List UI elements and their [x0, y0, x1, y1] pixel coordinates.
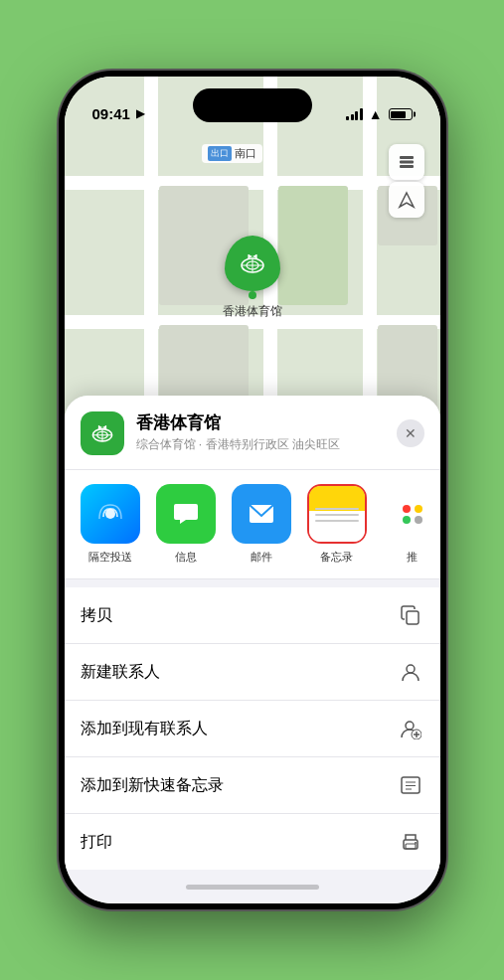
action-new-contact[interactable]: 新建联系人 [65, 644, 440, 701]
mail-label: 邮件 [251, 550, 272, 565]
bottom-sheet: 香港体育馆 综合体育馆 · 香港特别行政区 油尖旺区 ✕ [65, 396, 440, 903]
home-bar [186, 885, 319, 890]
status-time: 09:41 ▶ [92, 105, 144, 122]
location-icon [398, 191, 416, 209]
notes-label: 备忘录 [320, 550, 353, 565]
close-button[interactable]: ✕ [397, 419, 424, 447]
copy-icon [397, 601, 424, 629]
svg-point-23 [407, 665, 415, 673]
airdrop-icon [81, 484, 140, 544]
entrance-tag: 出口 [208, 146, 232, 161]
place-icon [81, 411, 124, 455]
action-quick-note[interactable]: 添加到新快速备忘录 [65, 757, 440, 814]
add-contact-icon [397, 715, 424, 742]
signal-icon [346, 108, 363, 120]
place-stadium-icon [88, 419, 116, 447]
share-item-mail[interactable]: 邮件 [232, 484, 291, 565]
svg-rect-22 [407, 611, 419, 624]
mail-icon [232, 484, 291, 544]
stadium-icon [237, 247, 268, 279]
map-controls [389, 144, 424, 218]
map-layers-button[interactable] [389, 144, 424, 180]
dynamic-island [193, 88, 312, 122]
action-list: 拷贝 新建联系人 [65, 587, 440, 870]
more-icon [383, 484, 440, 544]
place-subtitle: 综合体育馆 · 香港特别行政区 油尖旺区 [136, 436, 385, 453]
svg-marker-3 [400, 193, 414, 207]
entrance-text: 南口 [235, 146, 256, 161]
action-add-contact[interactable]: 添加到现有联系人 [65, 701, 440, 757]
stadium-marker: 香港体育馆 [223, 236, 282, 320]
share-item-messages[interactable]: 信息 [156, 484, 216, 565]
map-location-button[interactable] [389, 182, 424, 218]
phone-screen: 09:41 ▶ ▲ [65, 77, 440, 903]
marker-pin [225, 236, 280, 291]
messages-label: 信息 [175, 550, 197, 565]
action-new-contact-label: 新建联系人 [81, 662, 160, 683]
print-icon [397, 828, 424, 856]
action-print[interactable]: 打印 [65, 814, 440, 870]
svg-point-24 [406, 722, 414, 730]
mail-svg [247, 500, 276, 528]
layers-icon [397, 152, 417, 172]
messages-svg [171, 499, 201, 529]
messages-icon [156, 484, 216, 544]
marker-label: 香港体育馆 [223, 303, 282, 320]
action-quick-note-label: 添加到新快速备忘录 [81, 775, 224, 796]
battery-icon [389, 108, 413, 120]
place-name: 香港体育馆 [136, 413, 385, 433]
share-row: 隔空投送 信息 [65, 470, 440, 579]
time-text: 09:41 [92, 105, 130, 122]
place-info: 香港体育馆 综合体育馆 · 香港特别行政区 油尖旺区 [136, 413, 385, 452]
action-copy-label: 拷贝 [81, 605, 112, 626]
action-print-label: 打印 [81, 832, 112, 853]
location-arrow-icon: ▶ [136, 107, 144, 120]
action-copy[interactable]: 拷贝 [65, 587, 440, 644]
new-contact-icon [397, 658, 424, 686]
more-label: 推 [407, 550, 418, 565]
action-add-contact-label: 添加到现有联系人 [81, 719, 208, 739]
svg-point-34 [415, 842, 417, 844]
svg-rect-0 [400, 156, 414, 159]
place-header: 香港体育馆 综合体育馆 · 香港特别行政区 油尖旺区 ✕ [65, 396, 440, 470]
wifi-icon: ▲ [369, 106, 383, 122]
airdrop-svg [95, 499, 125, 529]
share-item-airdrop[interactable]: 隔空投送 [81, 484, 140, 565]
share-item-more[interactable]: 推 [383, 484, 440, 565]
status-icons: ▲ [346, 106, 412, 122]
notes-icon [307, 484, 367, 544]
airdrop-label: 隔空投送 [88, 550, 132, 565]
home-indicator [65, 870, 440, 903]
svg-rect-2 [400, 165, 414, 168]
share-item-notes[interactable]: 备忘录 [307, 484, 367, 565]
phone-frame: 09:41 ▶ ▲ [59, 71, 446, 909]
map-entrance-label: 出口 南口 [202, 144, 262, 163]
svg-rect-1 [400, 161, 414, 164]
quick-note-icon [397, 771, 424, 799]
